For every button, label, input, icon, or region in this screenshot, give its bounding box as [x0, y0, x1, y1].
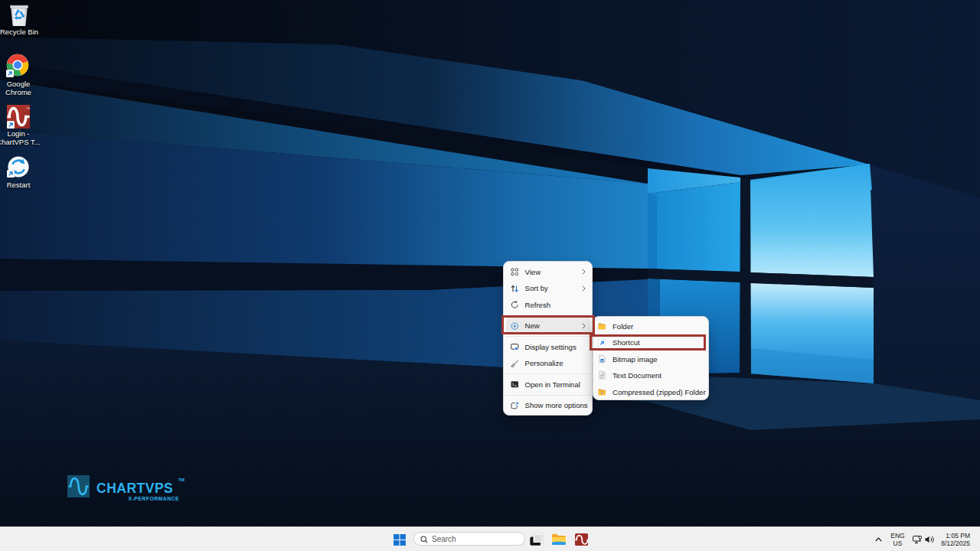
- svg-text:CHARTVPS: CHARTVPS: [96, 481, 173, 496]
- svg-text:TM: TM: [26, 106, 30, 110]
- svg-text:TM: TM: [178, 478, 185, 482]
- svg-text:X-PERFORMANCE: X-PERFORMANCE: [128, 496, 179, 501]
